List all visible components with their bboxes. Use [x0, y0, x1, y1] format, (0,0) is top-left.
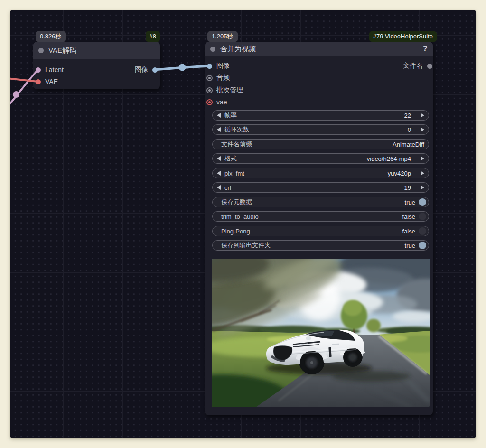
node-title: VAE解码 — [48, 46, 76, 55]
widget-value: false — [402, 213, 415, 220]
increment-arrow-icon[interactable] — [421, 185, 424, 190]
slot-label: Latent — [45, 66, 64, 74]
slot-dot-icon[interactable] — [206, 99, 213, 105]
node-video-combine[interactable]: 1.205秒 #79 VideoHelperSuite 合并为视频 ? 图像 音… — [205, 42, 433, 415]
slot-dot-icon[interactable] — [427, 63, 433, 69]
widget-frame-rate[interactable]: 帧率 22 — [212, 110, 429, 121]
widget-label: 文件名前缀 — [221, 140, 252, 149]
input-slot-image[interactable]: 图像 — [206, 62, 230, 70]
slot-label: vae — [216, 98, 227, 106]
decrement-arrow-icon[interactable] — [217, 171, 221, 176]
widget-label: Ping-Pong — [221, 228, 250, 235]
decrement-arrow-icon[interactable] — [217, 113, 221, 118]
input-slot-vae[interactable]: VAE — [35, 78, 58, 85]
slot-dot-icon[interactable] — [206, 63, 213, 69]
widget-value: AnimateDiff — [393, 141, 424, 148]
increment-arrow-icon[interactable] — [421, 113, 424, 118]
node-titlebar[interactable]: 合并为视频 ? — [205, 42, 433, 56]
slot-label: 音频 — [216, 74, 230, 82]
node-title: 合并为视频 — [220, 45, 256, 54]
execution-time-badge: 0.826秒 — [36, 31, 66, 42]
increment-arrow-icon[interactable] — [421, 156, 424, 161]
slot-label: 图像 — [216, 62, 230, 70]
widget-label: 循环次数 — [224, 125, 249, 134]
decrement-arrow-icon[interactable] — [217, 127, 221, 132]
widget-loop-count[interactable]: 循环次数 0 — [212, 124, 429, 135]
toggle-on-icon[interactable] — [419, 198, 426, 206]
widget-trim-to-audio[interactable]: trim_to_audio false — [212, 211, 429, 222]
widget-label: crf — [224, 184, 231, 191]
preview-scene — [212, 259, 430, 407]
widget-save-metadata[interactable]: 保存元数据 true — [212, 197, 429, 207]
slot-dot-icon[interactable] — [206, 75, 213, 81]
decrement-arrow-icon[interactable] — [217, 156, 221, 161]
node-vae-decode[interactable]: 0.826秒 #8 VAE解码 Latent VAE 图像 — [33, 42, 160, 89]
video-preview[interactable] — [212, 259, 430, 407]
output-slot-filename[interactable]: 文件名 — [403, 62, 433, 70]
graph-canvas[interactable]: 0.826秒 #8 VAE解码 Latent VAE 图像 1.205秒 #79… — [10, 10, 476, 438]
collapse-dot-icon[interactable] — [38, 48, 44, 53]
increment-arrow-icon[interactable] — [421, 171, 424, 176]
image-wire — [155, 66, 209, 70]
slot-dot-icon[interactable] — [152, 67, 158, 73]
input-slot-latent[interactable]: Latent — [35, 66, 64, 74]
widget-crf[interactable]: crf 19 — [212, 182, 429, 193]
widget-value: 0 — [408, 126, 411, 133]
help-icon[interactable]: ? — [423, 44, 428, 54]
output-slot-image[interactable]: 图像 — [135, 66, 158, 74]
widget-value: true — [405, 242, 415, 249]
toggle-off-icon[interactable] — [419, 213, 426, 220]
toggle-off-icon[interactable] — [419, 227, 426, 235]
widget-value: yuv420p — [388, 170, 411, 177]
slot-dot-icon[interactable] — [35, 67, 41, 73]
node-titlebar[interactable]: VAE解码 — [33, 42, 160, 59]
collapse-dot-icon[interactable] — [210, 47, 215, 52]
widget-label: 保存元数据 — [221, 198, 252, 206]
widget-save-output[interactable]: 保存到输出文件夹 true — [212, 240, 429, 251]
widget-filename-prefix[interactable]: 文件名前缀 AnimateDiff — [212, 139, 429, 149]
slot-label: 批次管理 — [216, 86, 243, 94]
widget-format[interactable]: 格式 video/h264-mp4 — [212, 153, 429, 164]
input-slot-batch-manager[interactable]: 批次管理 — [206, 86, 243, 94]
widget-value: video/h264-mp4 — [367, 155, 411, 162]
slot-label: VAE — [45, 78, 58, 85]
slot-dot-icon[interactable] — [206, 87, 213, 93]
execution-time-badge: 1.205秒 — [207, 31, 238, 42]
widget-pingpong[interactable]: Ping-Pong false — [212, 226, 429, 236]
widget-value: false — [402, 228, 415, 235]
node-id-badge: #79 VideoHelperSuite — [369, 31, 437, 42]
toggle-on-icon[interactable] — [419, 242, 426, 249]
widget-value: 22 — [404, 112, 411, 119]
image-reroute-dot[interactable] — [179, 64, 186, 71]
widget-value: 19 — [404, 184, 411, 191]
node-id-badge: #8 — [146, 31, 160, 42]
widget-value: true — [405, 199, 415, 206]
widget-label: 帧率 — [224, 111, 237, 120]
widget-pix-fmt[interactable]: pix_fmt yuv420p — [212, 168, 429, 178]
widget-label: pix_fmt — [224, 170, 244, 177]
slot-label: 文件名 — [403, 62, 423, 70]
latent-reroute-dot[interactable] — [13, 91, 19, 98]
widget-label: 保存到输出文件夹 — [221, 241, 271, 250]
increment-arrow-icon[interactable] — [421, 127, 424, 132]
slot-label: 图像 — [135, 65, 148, 74]
widget-label: 格式 — [224, 154, 237, 163]
input-slot-audio[interactable]: 音频 — [206, 74, 230, 82]
widget-label: trim_to_audio — [221, 213, 259, 220]
decrement-arrow-icon[interactable] — [217, 185, 221, 190]
input-slot-vae[interactable]: vae — [206, 98, 227, 106]
slot-dot-icon[interactable] — [35, 79, 41, 85]
